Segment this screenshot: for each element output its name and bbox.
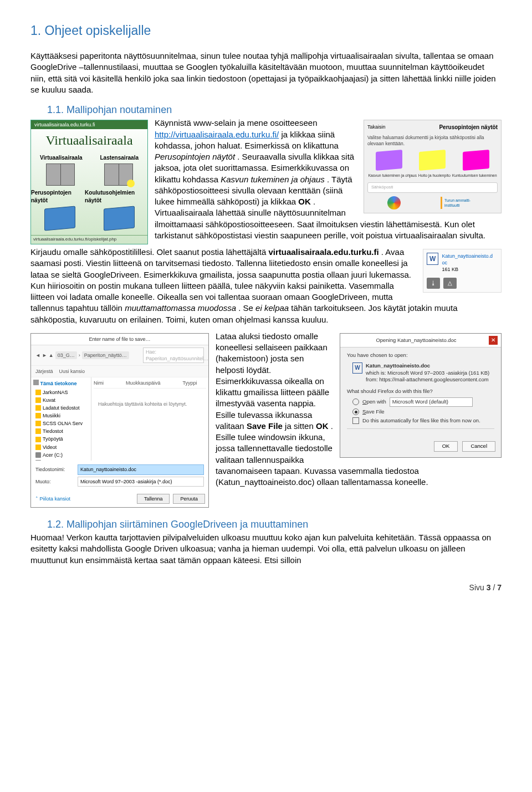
text-bold: virtuaalisairaala.edu.turku.fi: [268, 247, 378, 257]
text-italic: ei kelpaa: [255, 303, 289, 313]
ff-auto-label: Do this automatically for files like thi…: [362, 417, 480, 425]
folder-icon: [35, 413, 41, 418]
text: ja sitten: [285, 421, 316, 431]
folder-icon: [35, 437, 41, 442]
breadcrumb[interactable]: Paperiton_näyttö…: [82, 351, 129, 359]
pn-instruction: Valitse haluamasi dokumentti ja kirjoita…: [367, 135, 498, 147]
cancel-button[interactable]: Cancel: [462, 441, 495, 452]
heading-1-1: 1.1. Mallipohjan noutaminen: [47, 103, 502, 116]
text: . Se: [238, 303, 255, 313]
text: Käynnistä www-selain ja mene osoitteesee…: [155, 118, 318, 127]
sidebar-item[interactable]: JarkonNAS: [35, 389, 89, 396]
chevron-up-icon: ˄: [35, 496, 38, 502]
checkbox-auto[interactable]: [352, 417, 359, 424]
sd-filename-label: Tiedostonimi:: [35, 466, 74, 473]
drive-icon: [35, 452, 41, 458]
download-button[interactable]: ⭳: [427, 278, 440, 289]
sidebar-item[interactable]: Videot: [35, 443, 89, 451]
sidebar-item[interactable]: SCSS OLNA Serv: [35, 420, 89, 427]
drive-icon: [35, 460, 41, 461]
ff-filename: Katun_nayttoaineisto.doc: [366, 362, 489, 370]
breadcrumb[interactable]: 03_G…: [55, 351, 77, 359]
virtuaalisairaala-link[interactable]: http://virtuaalisairaala.edu.turku.fi/: [155, 130, 279, 139]
ff-title: Opening Katun_nayttoaineisto.doc: [344, 337, 489, 344]
pn-book-label-3: Kuntoutumisen tukeminen: [452, 173, 497, 178]
ok-button[interactable]: OK: [434, 441, 458, 452]
attachment-filename: Katun_nayttoaineisto.d oc: [442, 253, 498, 266]
download-icon: ⭳: [431, 279, 436, 287]
vs-title: Virtuaalisairaala: [31, 129, 147, 154]
door-icon: [104, 163, 133, 186]
book-icon: [463, 150, 489, 171]
sd-hide-folders[interactable]: ˄ Piilota kansiot: [31, 494, 75, 504]
text: Lataa aluksi tiedosto omalle koneellesi …: [216, 331, 329, 431]
virtuaalisairaala-screenshot: virtuaalisairaala.edu.turku.fi Virtuaali…: [30, 120, 148, 244]
col-type[interactable]: Tyyppi: [183, 380, 197, 386]
heading-1-2: 1.2. Mallipohjan siirtäminen GoogleDrive…: [47, 518, 502, 531]
sd-filename-field[interactable]: Katun_nayttoaineisto.doc: [78, 464, 204, 474]
save-file-dialog-screenshot: Enter name of file to save… ◄ ► ▲ 03_G… …: [30, 333, 209, 508]
folder-icon: [35, 428, 41, 434]
book-icon: [44, 206, 75, 231]
sidebar-item[interactable]: Kuvat: [35, 396, 89, 404]
perusopinnot-screenshot: Takaisin Perusopintojen näytöt Valitse h…: [364, 120, 502, 213]
col-name[interactable]: Nimi: [94, 380, 104, 386]
pn-email-field[interactable]: Sähköposti: [367, 182, 498, 193]
sd-search-field[interactable]: Hae: Paperiton_näyttösuunnitel…: [143, 348, 204, 363]
text: Kirjaudu omalle sähköpostitilillesi. Ole…: [30, 247, 268, 257]
cancel-button[interactable]: Peruuta: [173, 494, 205, 504]
sd-new-folder[interactable]: Uusi kansio: [59, 368, 85, 375]
up-icon[interactable]: ▲: [49, 352, 54, 359]
book-icon: [104, 206, 135, 231]
pc-icon: [33, 380, 39, 385]
sidebar-item[interactable]: Musiikki: [35, 412, 89, 420]
ff-open-select[interactable]: Microsoft Word (default): [390, 397, 473, 407]
save-button[interactable]: Tallenna: [137, 494, 170, 504]
sidebar-item[interactable]: Tiedostot: [35, 427, 89, 435]
vs-label-2: Lastensairaala: [100, 154, 139, 162]
door-icon: [46, 163, 75, 186]
sidebar-item[interactable]: Koneen_Dee (D:): [35, 459, 89, 461]
text-italic: Perusopintojen näytöt: [155, 152, 235, 161]
intro-paragraph: Käyttääksesi paperitonta näyttösuunnitel…: [30, 50, 502, 95]
pn-book-label-1: Kasvun tukeminen ja ohjaus: [368, 173, 417, 178]
save-to-drive-button[interactable]: △: [443, 278, 457, 289]
folder-icon: [35, 390, 41, 395]
ff-which: which is: Microsoft Word 97–2003 -asiaki…: [366, 370, 489, 377]
sidebar-item[interactable]: Acer (C:): [35, 451, 89, 459]
vs-urlbar: virtuaalisairaala.edu.turku.fi: [31, 120, 147, 129]
book-icon: [419, 150, 446, 171]
fwd-icon[interactable]: ►: [42, 352, 47, 359]
gmail-attachment-screenshot: W Katun_nayttoaineisto.d oc 161 KB ⭳ △: [423, 249, 502, 292]
attachment-filesize: 161 KB: [442, 266, 498, 273]
sidebar-item[interactable]: Ladatut tiedostot: [35, 404, 89, 412]
chrome-logo-icon: [387, 196, 401, 210]
tai-logo: Turun ammatti-instituutti: [441, 197, 478, 209]
close-icon[interactable]: ✕: [489, 336, 498, 345]
para-5: Huomaa! Verkon kautta tarjottavien pilvi…: [30, 532, 502, 566]
ff-chosen-text: You have chosen to open:: [347, 352, 494, 359]
sd-sidebar: Tämä tietokone JarkonNAS Kuvat Ladatut t…: [31, 377, 91, 461]
book-icon: [376, 150, 402, 171]
text-bold: OK: [298, 197, 311, 206]
sd-type-label: Muoto:: [35, 478, 74, 485]
col-modified[interactable]: Muokkauspäivä: [126, 380, 161, 386]
ff-open-label: OOpen withpen with: [362, 398, 386, 406]
radio-open-with[interactable]: [352, 398, 359, 405]
pn-book-label-2: Hoito ja huolenpito: [418, 173, 451, 178]
text-italic: Kasvun tukeminen ja ohjaus: [221, 175, 325, 184]
word-file-icon: W: [352, 362, 362, 374]
ff-save-label: Save File: [362, 408, 385, 416]
ff-question: What should Firefox do with this file?: [347, 388, 494, 395]
sd-type-field[interactable]: Microsoft Word 97–2003 -asiakirja (*.doc…: [78, 477, 204, 487]
sidebar-item[interactable]: Työpöytä: [35, 435, 89, 443]
radio-save-file[interactable]: [352, 408, 359, 415]
text-bold: OK: [316, 421, 329, 431]
page-footer: Sivu 3 / 7: [30, 582, 502, 593]
back-icon[interactable]: ◄: [35, 352, 40, 359]
text-italic: muuttamattomassa muodossa: [125, 303, 236, 313]
pn-title: Perusopintojen näytöt: [439, 124, 498, 131]
folder-icon: [35, 444, 41, 450]
sd-organize[interactable]: Järjestä: [35, 368, 53, 375]
vs-label-4: Koulutusohjelmien näytöt: [85, 189, 147, 204]
